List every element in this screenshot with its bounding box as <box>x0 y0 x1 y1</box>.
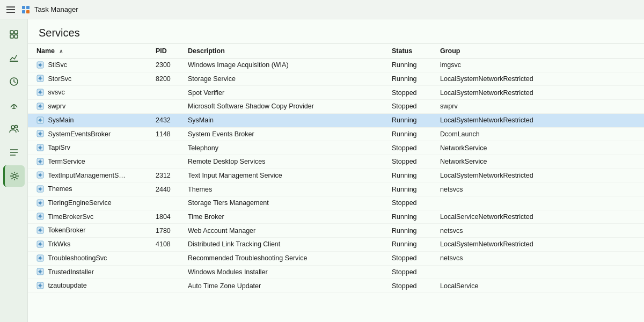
cell-group: NetworkService <box>436 141 644 155</box>
table-row[interactable]: TermService Remote Desktop Services Stop… <box>28 155 644 169</box>
table-row[interactable]: tzautoupdate Auto Time Zone Updater Stop… <box>28 279 644 293</box>
table-row[interactable]: SystemEventsBroker 1148 System Events Br… <box>28 127 644 141</box>
cell-status: Stopped <box>387 141 436 155</box>
cell-status: Running <box>387 238 436 252</box>
grid-icon <box>9 29 19 40</box>
svg-point-73 <box>39 188 42 191</box>
cell-name: svsvc <box>28 86 151 100</box>
cell-group: netsvcs <box>436 182 644 196</box>
cell-pid: 2432 <box>151 113 184 127</box>
cell-group: LocalServiceNetworkRestricted <box>436 210 644 224</box>
svg-point-37 <box>39 105 42 107</box>
cell-group: swprv <box>436 100 644 114</box>
col-header-name[interactable]: Name ∧ <box>28 44 151 58</box>
svg-rect-3 <box>26 10 30 13</box>
svg-rect-1 <box>26 6 30 9</box>
service-name-text: TokenBroker <box>48 226 85 234</box>
sidebar-item-users[interactable] <box>3 118 25 140</box>
cell-description: Telephony <box>184 141 387 155</box>
history-icon <box>9 76 19 87</box>
service-name-text: TextInputManagementS… <box>48 172 126 179</box>
table-row[interactable]: TimeBrokerSvc 1804 Time Broker Running L… <box>28 210 644 224</box>
startup-icon <box>9 100 19 111</box>
main-content: Services Name ∧ PID Description Stat <box>28 19 644 322</box>
service-icon <box>36 171 44 179</box>
cell-name: StiSvc <box>28 58 151 72</box>
col-header-status[interactable]: Status <box>387 44 436 58</box>
cell-pid <box>151 196 184 210</box>
cell-pid: 4108 <box>151 238 184 252</box>
page-title: Services <box>39 27 633 39</box>
svg-rect-6 <box>10 35 13 38</box>
table-row[interactable]: TextInputManagementS… 2312 Text Input Ma… <box>28 169 644 182</box>
col-header-pid[interactable]: PID <box>151 44 184 58</box>
cell-pid: 2440 <box>151 182 184 196</box>
svg-point-13 <box>14 126 17 128</box>
svg-point-115 <box>39 284 42 287</box>
performance-icon <box>9 53 19 63</box>
cell-description: System Events Broker <box>184 127 387 141</box>
cell-status: Running <box>387 58 436 72</box>
table-row[interactable]: TokenBroker 1780 Web Account Manager Run… <box>28 224 644 238</box>
users-icon <box>9 123 19 134</box>
service-name-text: SysMain <box>48 116 74 124</box>
service-icon <box>36 89 44 96</box>
sidebar-item-details[interactable] <box>3 142 25 163</box>
cell-name: TrkWks <box>28 238 151 252</box>
hamburger-icon[interactable] <box>6 6 15 13</box>
svg-point-19 <box>39 63 42 66</box>
col-header-description[interactable]: Description <box>184 44 387 58</box>
table-row[interactable]: TrustedInstaller Windows Modules Install… <box>28 265 644 279</box>
cell-description: Time Broker <box>184 210 387 224</box>
cell-status: Running <box>387 210 436 224</box>
table-row[interactable]: SysMain 2432 SysMain Running LocalSystem… <box>28 113 644 127</box>
service-name-text: StiSvc <box>48 61 67 69</box>
table-row[interactable]: TieringEngineService Storage Tiers Manag… <box>28 196 644 210</box>
service-icon <box>36 226 44 234</box>
table-row[interactable]: Themes 2440 Themes Running netsvcs <box>28 182 644 196</box>
cell-description: Storage Tiers Management <box>184 196 387 210</box>
svg-point-49 <box>39 133 42 135</box>
table-row[interactable]: TrkWks 4108 Distributed Link Tracking Cl… <box>28 238 644 252</box>
svg-rect-2 <box>22 10 25 13</box>
cell-status: Stopped <box>387 196 436 210</box>
service-name-text: swprv <box>48 103 65 110</box>
sidebar-item-history[interactable] <box>3 71 25 92</box>
svg-rect-5 <box>14 31 18 34</box>
cell-group: LocalSystemNetworkRestricted <box>436 113 644 127</box>
cell-group: LocalSystemNetworkRestricted <box>436 238 644 252</box>
svg-point-67 <box>39 174 42 177</box>
table-row[interactable]: StiSvc 2300 Windows Image Acquisition (W… <box>28 58 644 72</box>
service-name-text: TimeBrokerSvc <box>48 213 93 221</box>
col-header-group[interactable]: Group <box>436 44 644 58</box>
table-row[interactable]: StorSvc 8200 Storage Service Running Loc… <box>28 72 644 86</box>
cell-name: TapiSrv <box>28 141 151 155</box>
cell-status: Stopped <box>387 100 436 114</box>
service-icon <box>36 158 44 165</box>
service-icon <box>36 268 44 275</box>
sidebar-item-startup[interactable] <box>3 94 25 116</box>
cell-status: Running <box>387 113 436 127</box>
svg-point-109 <box>39 270 42 273</box>
svg-rect-0 <box>22 6 25 9</box>
table-row[interactable]: swprv Microsoft Software Shadow Copy Pro… <box>28 100 644 114</box>
sidebar-item-performance[interactable] <box>3 47 25 69</box>
cell-description: Microsoft Software Shadow Copy Provider <box>184 100 387 114</box>
sidebar-item-services[interactable] <box>3 165 25 187</box>
sidebar-item-overview[interactable] <box>3 24 25 45</box>
service-name-text: TermService <box>48 158 85 165</box>
table-row[interactable]: svsvc Spot Verifier Stopped LocalSystemN… <box>28 86 644 100</box>
cell-pid <box>151 86 184 100</box>
cell-description: Windows Modules Installer <box>184 265 387 279</box>
table-row[interactable]: TapiSrv Telephony Stopped NetworkService <box>28 141 644 155</box>
svg-point-61 <box>39 160 42 163</box>
title-bar: Task Manager <box>0 0 644 19</box>
cell-pid: 1148 <box>151 127 184 141</box>
service-icon <box>36 199 44 207</box>
app-icon <box>21 5 30 14</box>
cell-name: SystemEventsBroker <box>28 127 151 141</box>
services-table-container[interactable]: Name ∧ PID Description Status Group <box>28 44 644 322</box>
table-row[interactable]: TroubleshootingSvc Recommended Troublesh… <box>28 251 644 265</box>
cell-description: Remote Desktop Services <box>184 155 387 169</box>
cell-status: Stopped <box>387 279 436 293</box>
